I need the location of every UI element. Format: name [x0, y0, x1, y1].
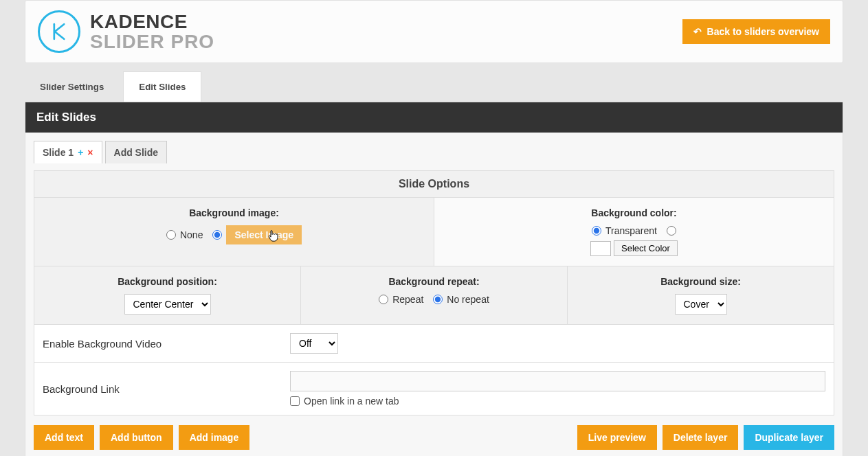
open-new-tab-checkbox[interactable] — [290, 396, 300, 406]
bg-image-select-radio[interactable] — [212, 230, 222, 240]
live-preview-button[interactable]: Live preview — [577, 425, 657, 450]
delete-slide-icon[interactable]: × — [87, 147, 93, 158]
slide-tab-1[interactable]: Slide 1 + × — [34, 141, 102, 163]
bg-size-select[interactable]: Cover — [675, 294, 727, 315]
bg-image-none-radio[interactable] — [166, 230, 176, 240]
footer-actions: Add text Add button Add image Live previ… — [34, 415, 834, 453]
bg-color-label: Background color: — [445, 207, 823, 218]
open-new-tab-label: Open link in a new tab — [304, 396, 399, 407]
main-tabs: Slider Settings Edit Slides — [25, 63, 843, 102]
back-to-overview-button[interactable]: ↶ Back to sliders overview — [682, 19, 830, 44]
undo-icon: ↶ — [693, 26, 702, 37]
bg-size-label: Background size: — [579, 276, 823, 287]
add-button-button[interactable]: Add button — [100, 425, 173, 450]
bg-image-none-option[interactable]: None — [166, 229, 203, 240]
logo-icon — [38, 10, 80, 53]
slide-tabs: Slide 1 + × Add Slide — [34, 141, 834, 163]
bg-color-transparent-radio[interactable] — [592, 226, 601, 236]
bg-norepeat-option[interactable]: No repeat — [433, 294, 489, 305]
color-swatch[interactable] — [590, 241, 611, 256]
add-text-button[interactable]: Add text — [34, 425, 94, 450]
bg-video-select[interactable]: Off — [290, 333, 338, 354]
bg-link-label: Background Link — [34, 371, 282, 407]
bg-repeat-radio[interactable] — [379, 295, 388, 304]
brand: KADENCE SLIDER PRO — [38, 10, 214, 53]
slide-options-box: Slide Options Background image: None — [34, 170, 834, 415]
bg-color-custom-option[interactable] — [667, 226, 676, 236]
slide-tab-label: Slide 1 — [43, 147, 74, 158]
duplicate-slide-icon[interactable]: + — [78, 147, 83, 158]
panel-title: Edit Slides — [25, 102, 843, 133]
brand-subtitle: SLIDER PRO — [90, 32, 214, 52]
bg-repeat-label: Background repeat: — [312, 276, 556, 287]
tab-slider-settings[interactable]: Slider Settings — [25, 71, 119, 102]
bg-image-select-option[interactable]: Select Image — [212, 225, 302, 244]
tab-edit-slides[interactable]: Edit Slides — [123, 71, 201, 102]
bg-color-transparent-option[interactable]: Transparent — [592, 225, 657, 236]
app-header: KADENCE SLIDER PRO ↶ Back to sliders ove… — [25, 0, 843, 63]
bg-color-custom-radio[interactable] — [667, 226, 676, 236]
enable-bg-video-label: Enable Background Video — [34, 326, 282, 362]
duplicate-layer-button[interactable]: Duplicate layer — [744, 425, 834, 450]
slide-options-title: Slide Options — [34, 171, 834, 198]
bg-image-label: Background image: — [45, 207, 423, 218]
add-image-button[interactable]: Add image — [179, 425, 250, 450]
add-slide-button[interactable]: Add Slide — [105, 141, 168, 163]
bg-position-select[interactable]: Center Center — [124, 294, 211, 315]
delete-layer-button[interactable]: Delete layer — [663, 425, 739, 450]
bg-norepeat-radio[interactable] — [433, 295, 443, 304]
bg-repeat-option[interactable]: Repeat — [379, 294, 423, 305]
brand-title: KADENCE — [90, 12, 214, 32]
back-button-label: Back to sliders overview — [707, 26, 819, 37]
add-slide-label: Add Slide — [114, 147, 159, 158]
select-color-button[interactable]: Select Color — [614, 240, 678, 256]
select-image-button[interactable]: Select Image — [226, 225, 302, 244]
bg-link-input[interactable] — [290, 371, 825, 391]
bg-position-label: Background position: — [45, 276, 289, 287]
edit-slides-panel: Edit Slides Slide 1 + × Add Slide Slide … — [25, 102, 843, 456]
